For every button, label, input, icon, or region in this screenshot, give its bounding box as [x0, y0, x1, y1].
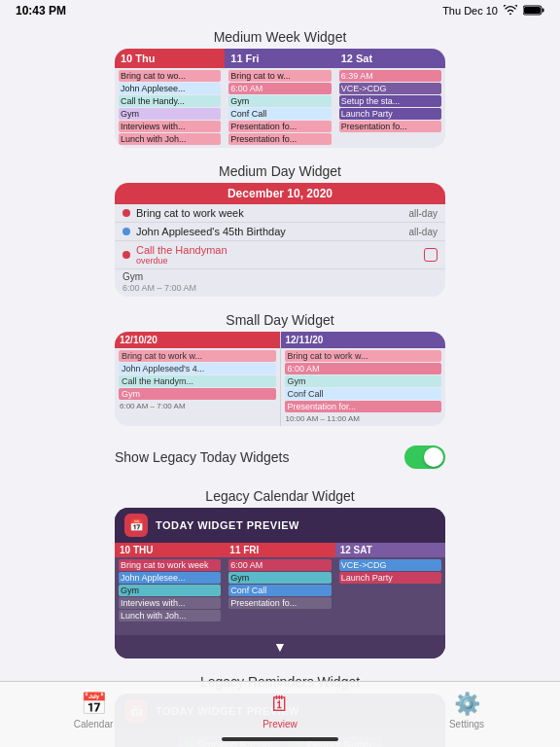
gym-row: Gym 6:00 AM – 7:00 AM [115, 269, 445, 297]
week-col-0: 10 Thu Bring cat to wo... John Applesee.… [115, 49, 225, 148]
legacy-event: Conf Call [228, 585, 331, 596]
tab-calendar[interactable]: 📅 Calendar [0, 692, 187, 737]
svg-rect-2 [542, 8, 544, 12]
medium-day-title: Medium Day Widget [115, 163, 445, 179]
legacy-cal-header: 📅 TODAY WIDGET PREVIEW [115, 508, 445, 543]
legacy-col-2: 12 SAT VCE->CDG Launch Party [335, 543, 445, 635]
legacy-event: Gym [119, 585, 221, 596]
week-event: Lunch with Joh... [119, 133, 221, 145]
status-right: Thu Dec 10 [442, 5, 544, 18]
legacy-col-1: 11 FRI 6:00 AM Gym Conf Call Presentatio… [225, 543, 334, 635]
event-name: Bring cat to work week [136, 207, 409, 219]
event-time: all-day [409, 227, 438, 237]
svg-rect-1 [524, 7, 541, 14]
legacy-col-events-2: VCE->CDG Launch Party [335, 557, 445, 635]
event-name: Call the Handyman overdue [136, 244, 418, 266]
calendar-tab-icon: 📅 [81, 692, 107, 717]
week-col-events-1: Bring cat to w... 6:00 AM Gym Conf Call … [225, 68, 334, 148]
legacy-col-header-1: 11 FRI [225, 543, 334, 557]
legacy-col-events-0: Bring cat to work week John Applesee... … [115, 557, 225, 635]
status-date: Thu Dec 10 [442, 5, 498, 17]
event-dot [122, 251, 130, 259]
small-col-events-0: Bring cat to work w... John Appleseed's … [115, 348, 280, 416]
week-event: Bring cat to w... [228, 70, 331, 82]
legacy-event: Interviews with... [119, 597, 221, 609]
small-col-1: 12/11/20 Bring cat to work w... 6:00 AM … [281, 332, 446, 426]
small-day-widget: 12/10/20 Bring cat to work w... John App… [115, 332, 445, 426]
small-cols: 12/10/20 Bring cat to work w... John App… [115, 332, 445, 426]
week-event: Presentation fo... [228, 121, 331, 132]
day-event-row: John Appleseed's 45th Birthday all-day [115, 223, 445, 241]
legacy-calendar-widget: 📅 TODAY WIDGET PREVIEW 10 THU Bring cat … [115, 508, 445, 658]
small-event: Presentation for... [285, 401, 442, 412]
small-col-events-1: Bring cat to work w... 6:00 AM Gym Conf … [281, 348, 446, 426]
medium-week-widget: 10 Thu Bring cat to wo... John Applesee.… [115, 49, 445, 148]
small-day-title: Small Day Widget [115, 312, 445, 328]
tab-settings[interactable]: ⚙️ Settings [373, 692, 560, 737]
week-event: 6:00 AM [228, 83, 331, 94]
week-event: Presentation fo... [228, 133, 331, 145]
week-col-header-0: 10 Thu [115, 49, 225, 68]
toggle-row: Show Legacy Today Widgets [115, 442, 445, 473]
legacy-event: Gym [228, 572, 331, 584]
legacy-calendar-section: Legacy Calendar Widget 📅 TODAY WIDGET PR… [115, 488, 445, 658]
small-event: Bring cat to work w... [285, 350, 442, 362]
small-event-time: 6:00 AM – 7:00 AM [119, 401, 276, 411]
legacy-col-header-0: 10 THU [115, 543, 225, 557]
small-event: John Appleseed's 4... [119, 363, 276, 374]
medium-week-section: Medium Week Widget 10 Thu Bring cat to w… [115, 29, 445, 148]
week-event: Gym [119, 108, 221, 120]
day-event-row: Bring cat to work week all-day [115, 204, 445, 223]
settings-tab-label: Settings [449, 719, 484, 729]
small-event: Conf Call [285, 388, 442, 400]
legacy-event: VCE->CDG [339, 559, 441, 571]
week-event: Bring cat to wo... [119, 70, 221, 82]
week-event: Conf Call [228, 108, 331, 120]
overdue-label: overdue [136, 256, 418, 266]
small-event: Bring cat to work w... [119, 350, 276, 362]
small-day-section: Small Day Widget 12/10/20 Bring cat to w… [115, 312, 445, 426]
legacy-col-0: 10 THU Bring cat to work week John Apple… [115, 543, 225, 635]
small-col-0: 12/10/20 Bring cat to work w... John App… [115, 332, 281, 426]
legacy-cal-icon: 📅 [124, 514, 148, 537]
wifi-icon [504, 5, 517, 17]
week-event: John Applesee... [119, 83, 221, 94]
event-dot [122, 228, 130, 235]
small-col-header-1: 12/11/20 [281, 332, 446, 348]
small-event: Gym [119, 388, 276, 400]
settings-tab-icon: ⚙️ [454, 692, 480, 717]
calendar-tab-label: Calendar [74, 719, 114, 729]
week-col-header-1: 11 Fri [225, 49, 334, 68]
event-time: all-day [409, 208, 438, 219]
event-name: John Appleseed's 45th Birthday [136, 226, 409, 237]
preview-tab-label: Preview [262, 719, 298, 729]
small-event-time: 10:00 AM – 11:00 AM [285, 413, 442, 424]
toggle-label: Show Legacy Today Widgets [115, 449, 290, 465]
legacy-event: 6:00 AM [228, 559, 331, 571]
week-event: Setup the sta... [339, 95, 441, 107]
legacy-col-header-2: 12 SAT [335, 543, 445, 557]
day-header: December 10, 2020 [115, 183, 445, 204]
week-col-header-2: 12 Sat [335, 49, 445, 68]
week-event: VCE->CDG [339, 83, 441, 94]
legacy-event: Lunch with Joh... [119, 610, 221, 622]
week-col-2: 12 Sat 6:39 AM VCE->CDG Setup the sta...… [335, 49, 445, 148]
tab-preview[interactable]: 🗓 Preview [187, 692, 373, 737]
legacy-event: Launch Party [339, 572, 441, 584]
week-event: Gym [228, 95, 331, 107]
gym-time: 6:00 AM – 7:00 AM [122, 283, 196, 293]
event-checkbox[interactable] [424, 248, 438, 262]
legacy-event: John Applesee... [119, 572, 221, 584]
gym-name: Gym [122, 271, 143, 282]
week-header: 10 Thu Bring cat to wo... John Applesee.… [115, 49, 445, 148]
legacy-event: Bring cat to work week [119, 559, 221, 571]
legacy-calendar-title: Legacy Calendar Widget [115, 488, 445, 504]
week-event: Interviews with... [119, 121, 221, 132]
week-col-events-2: 6:39 AM VCE->CDG Setup the sta... Launch… [335, 68, 445, 146]
week-col-1: 11 Fri Bring cat to w... 6:00 AM Gym Con… [225, 49, 334, 148]
status-bar: 10:43 PM Thu Dec 10 [0, 0, 560, 21]
legacy-col-events-1: 6:00 AM Gym Conf Call Presentation fo... [225, 557, 334, 635]
legacy-toggle[interactable] [404, 445, 445, 469]
week-event: Launch Party [339, 108, 441, 120]
legacy-cal-cols: 10 THU Bring cat to work week John Apple… [115, 543, 445, 635]
